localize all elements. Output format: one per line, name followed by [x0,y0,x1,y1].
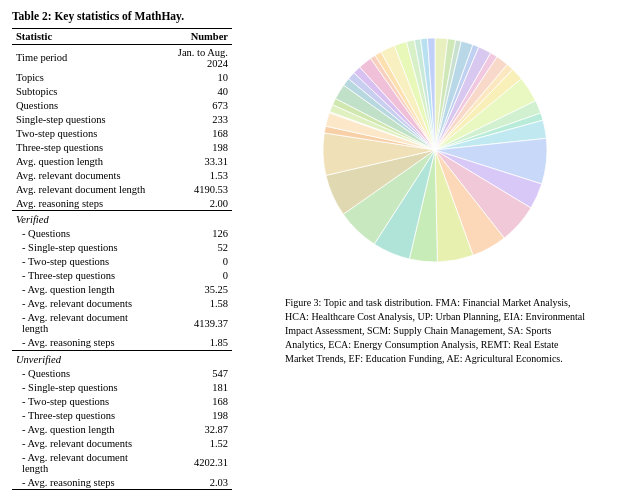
row-value: 0 [153,255,232,269]
row-value: 126 [153,227,232,241]
sub-row: - Avg. relevant documents1.52 [12,436,232,450]
row-label: - Avg. relevant documents [12,297,153,311]
row-value: 33.31 [153,154,232,168]
row-label: - Avg. question length [12,422,153,436]
sub-row: - Questions126 [12,227,232,241]
data-row: Avg. relevant documents1.53 [12,168,232,182]
section-row: Unverified [12,350,232,366]
data-row: Questions673 [12,98,232,112]
row-value [153,211,232,227]
data-row: Avg. question length33.31 [12,154,232,168]
table-title: Table 2: Key statistics of MathHay. [12,10,232,22]
row-label: Avg. relevant documents [12,168,153,182]
section-row: Verified [12,211,232,227]
row-label: - Two-step questions [12,394,153,408]
row-label: Single-step questions [12,112,153,126]
row-value: 35.25 [153,283,232,297]
row-label: Unverified [12,350,153,366]
col-number: Number [153,29,232,45]
row-value: 168 [153,394,232,408]
data-row: Time periodJan. to Aug. 2024 [12,45,232,71]
sub-row: - Avg. relevant documents1.58 [12,297,232,311]
row-label: - Two-step questions [12,255,153,269]
data-row: Avg. reasoning steps2.00 [12,196,232,211]
data-row: Topics10 [12,70,232,84]
row-label: Questions [12,98,153,112]
row-value: 547 [153,366,232,380]
row-value: 1.85 [153,336,232,351]
row-value: 168 [153,126,232,140]
row-value: 2.03 [153,475,232,490]
row-label: Subtopics [12,84,153,98]
sub-row: - Questions547 [12,366,232,380]
sub-row: - Avg. relevant document length4139.37 [12,311,232,336]
sub-row: - Avg. question length35.25 [12,283,232,297]
row-label: Two-step questions [12,126,153,140]
row-value: 40 [153,84,232,98]
row-value: 198 [153,408,232,422]
row-label: - Questions [12,366,153,380]
row-label: - Single-step questions [12,241,153,255]
sub-row: - Avg. question length32.87 [12,422,232,436]
row-label: - Three-step questions [12,408,153,422]
data-row: Subtopics40 [12,84,232,98]
row-value: 32.87 [153,422,232,436]
sub-row: - Avg. relevant document length4202.31 [12,450,232,475]
row-value: Jan. to Aug. 2024 [153,45,232,71]
row-label: Avg. reasoning steps [12,196,153,211]
row-label: Three-step questions [12,140,153,154]
sub-row: - Three-step questions198 [12,408,232,422]
row-label: - Avg. relevant documents [12,436,153,450]
figure-caption: Figure 3: Topic and task distribution. F… [285,296,585,366]
row-value: 1.58 [153,297,232,311]
row-label: - Avg. reasoning steps [12,336,153,351]
row-value: 181 [153,380,232,394]
row-value: 0 [153,269,232,283]
row-label: - Questions [12,227,153,241]
row-value: 4202.31 [153,450,232,475]
sub-row: - Two-step questions0 [12,255,232,269]
row-label: - Avg. relevant document length [12,311,153,336]
row-label: - Avg. reasoning steps [12,475,153,490]
row-label: Avg. question length [12,154,153,168]
col-statistic: Statistic [12,29,153,45]
row-label: - Avg. relevant document length [12,450,153,475]
row-value: 1.52 [153,436,232,450]
row-value: 10 [153,70,232,84]
pie-chart: SSSD(3.27%) SSSD(1.63%) MSMD(3.42%) MSMD… [295,10,575,290]
row-label: - Single-step questions [12,380,153,394]
row-label: - Avg. question length [12,283,153,297]
row-label: Topics [12,70,153,84]
sub-row: - Avg. reasoning steps2.03 [12,475,232,490]
row-value: 1.53 [153,168,232,182]
row-value: 233 [153,112,232,126]
row-value: 2.00 [153,196,232,211]
sub-row: - Avg. reasoning steps1.85 [12,336,232,351]
row-value [153,350,232,366]
row-value: 52 [153,241,232,255]
table-panel: Table 2: Key statistics of MathHay. Stat… [12,10,232,493]
row-value: 4139.37 [153,311,232,336]
statistics-table: Statistic Number Time periodJan. to Aug.… [12,28,232,490]
sub-row: - Single-step questions52 [12,241,232,255]
right-panel: SSSD(3.27%) SSSD(1.63%) MSMD(3.42%) MSMD… [242,10,628,493]
data-row: Avg. relevant document length4190.53 [12,182,232,196]
row-label: Verified [12,211,153,227]
row-value: 198 [153,140,232,154]
row-label: - Three-step questions [12,269,153,283]
sub-row: - Single-step questions181 [12,380,232,394]
data-row: Two-step questions168 [12,126,232,140]
row-value: 4190.53 [153,182,232,196]
row-label: Time period [12,45,153,71]
sub-row: - Two-step questions168 [12,394,232,408]
row-value: 673 [153,98,232,112]
row-label: Avg. relevant document length [12,182,153,196]
data-row: Three-step questions198 [12,140,232,154]
data-row: Single-step questions233 [12,112,232,126]
sub-row: - Three-step questions0 [12,269,232,283]
